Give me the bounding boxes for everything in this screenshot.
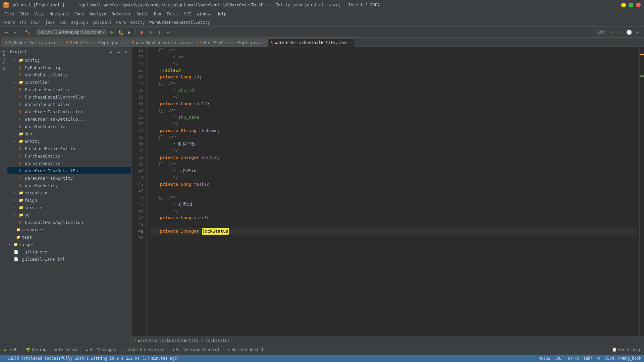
toolbar-git-revert[interactable]: ↶ <box>634 28 641 36</box>
path-class[interactable]: WareOrderTaskDetailEntity <box>149 20 210 25</box>
tree-item-myrabbitconfig[interactable]: C MyRabbitConfig <box>7 64 131 71</box>
path-gulimall[interactable]: gulimall <box>92 20 112 25</box>
menu-file[interactable]: File <box>2 11 17 17</box>
toolbar-git-update[interactable]: ⟳ <box>147 28 154 36</box>
tree-item-test[interactable]: › 📁 test <box>7 233 131 241</box>
menu-vcs[interactable]: VCS <box>181 11 194 17</box>
toolbar-back-btn[interactable]: ← <box>3 28 10 36</box>
tab-version-control[interactable]: ↕ 9: Version Control <box>171 347 221 353</box>
menu-run[interactable]: Run <box>151 11 164 17</box>
tab-terminal[interactable]: ⊞ Terminal <box>53 347 79 353</box>
menu-tools[interactable]: Tools <box>164 11 181 17</box>
menu-analyze[interactable]: Analyze <box>87 11 109 17</box>
toolbar-git-check[interactable]: ✓ <box>608 28 615 36</box>
menu-window[interactable]: Window <box>194 11 214 17</box>
tree-item-purchasecontroller[interactable]: C PurchaseController <box>7 86 131 93</box>
fold-btn[interactable]: − <box>159 48 163 52</box>
tree-item-resources[interactable]: › 📁 resources <box>7 226 131 233</box>
tree-item-iml[interactable]: 📄 gulimall-ware.iml <box>7 255 131 263</box>
path-main[interactable]: main <box>31 20 41 25</box>
tree-item-exception[interactable]: › 📁 exception <box>7 189 131 196</box>
toolbar-forward-btn[interactable]: → <box>11 28 19 36</box>
tree-item-wareordertaskcontroller[interactable]: C WareOrderTaskController <box>7 108 131 115</box>
tree-item-dao[interactable]: › 📁 dao <box>7 130 131 137</box>
tab-spring[interactable]: 🌱 Spring <box>24 347 48 353</box>
tab-close-btn[interactable]: ✕ <box>57 41 59 45</box>
path-entity[interactable]: entity <box>130 20 145 25</box>
menu-edit[interactable]: Edit <box>17 11 32 17</box>
tab-close-btn[interactable]: ✕ <box>349 41 351 44</box>
sidebar-gear-btn[interactable]: ⚙ <box>108 49 114 54</box>
tab-run-dashboard[interactable]: ▶ Run Dashboard <box>226 347 264 353</box>
tab-todo[interactable]: ≡ TODO <box>3 347 19 353</box>
path-src[interactable]: src <box>19 20 26 25</box>
tree-item-wareordertaskdetailco[interactable]: C WareOrderTaskDetailCo... <box>7 115 131 123</box>
tree-item-purchasedetailentity[interactable]: C PurchaseDetailEntity <box>7 145 131 152</box>
tab-close-btn[interactable]: ✕ <box>122 41 124 45</box>
menu-view[interactable]: View <box>32 11 47 17</box>
stop-btn[interactable]: ■ <box>138 28 146 36</box>
fold-btn[interactable]: − <box>159 135 163 139</box>
path-atguigu[interactable]: atguigu <box>71 20 88 25</box>
menu-code[interactable]: Code <box>72 11 87 17</box>
run-config-selector[interactable]: GulimallGatewayApplication ▾ <box>36 29 107 35</box>
minimize-button[interactable]: ─ <box>621 3 626 7</box>
tree-item-wareinfoentity[interactable]: C WareInfoEntity <box>7 160 131 167</box>
tab-close-btn[interactable]: ✕ <box>191 41 193 45</box>
toolbar-git-rollback[interactable]: ↩ <box>164 28 172 36</box>
tree-item-feign[interactable]: › 📁 feign <box>7 196 131 204</box>
code-area[interactable]: − /** * id */ @TableId <box>147 47 639 337</box>
tree-item-waremybatisconfig[interactable]: C WareMyBatisConfig <box>7 71 131 78</box>
tree-item-wareordertaskentity[interactable]: C WareOrderTaskEntity <box>7 174 131 182</box>
tree-item-wareordertaskdetailent[interactable]: C WareOrderTaskDetailEnt <box>7 167 131 174</box>
status-indent[interactable]: Tab* <box>583 356 593 361</box>
debug-btn[interactable]: 🐛 <box>117 28 124 36</box>
tab-close-btn[interactable]: ✕ <box>262 41 264 45</box>
tab-wareskucontroller[interactable]: C WareSkuController.java ✕ <box>128 39 197 47</box>
tab-event-log[interactable]: 📋 Event Log <box>610 347 641 353</box>
tab-wareordertaskdetailentity[interactable]: C WareOrderTaskDetailEntity.java ✕ <box>267 39 355 47</box>
tool-project[interactable]: 1: Project <box>2 48 5 72</box>
tree-item-controller[interactable]: ▾ 📁 controller <box>7 78 131 86</box>
status-position[interactable]: 49:32 <box>539 356 550 361</box>
status-line-ending[interactable]: CRLF <box>554 356 564 361</box>
status-encoding[interactable]: UTF-8 <box>568 356 580 361</box>
tree-item-service[interactable]: › 📁 service <box>7 204 131 211</box>
tree-item-vo[interactable]: › 📁 vo <box>7 211 131 219</box>
status-lang[interactable]: 英 <box>597 356 601 361</box>
fold-btn[interactable]: − <box>159 196 163 200</box>
tree-item-gitignore[interactable]: 📄 .gitignore <box>7 248 131 255</box>
fold-btn[interactable]: − <box>159 162 163 166</box>
tree-item-wareskuentity[interactable]: C WareSkuEntity <box>7 182 131 189</box>
tree-item-purchaseentity[interactable]: C PurchaseEntity <box>7 152 131 160</box>
tree-item-wareskucontroller[interactable]: C WareSkuController <box>7 123 131 130</box>
coverage-btn[interactable]: ▶ <box>126 28 133 36</box>
sidebar-close-btn[interactable]: ✕ <box>123 49 128 54</box>
fold-btn[interactable]: − <box>159 82 163 86</box>
path-ware2[interactable]: ware <box>116 20 126 25</box>
tab-wareskuserviceimpl[interactable]: C WareSkuServiceImpl.java ✕ <box>197 39 267 47</box>
tab-java-enterprise[interactable]: ☕ Java Enterprise <box>123 347 166 353</box>
maximize-button[interactable]: □ <box>629 3 633 7</box>
tree-item-gulimallwareapp[interactable]: C GulimallWareApplication <box>7 219 131 226</box>
tree-item-purchasedetailcontroller[interactable]: C PurchaseDetailController <box>7 93 131 101</box>
path-ware[interactable]: -ware <box>3 20 15 25</box>
tree-item-wareinfocontroller[interactable]: C WareInfoController <box>7 101 131 108</box>
toolbar-git-clock[interactable]: 🕐 <box>625 28 633 36</box>
tab-messages[interactable]: ≡ 0: Messages <box>85 347 118 353</box>
toolbar-git-push[interactable]: ↑ <box>156 28 163 36</box>
tree-item-config[interactable]: ▾ 📁 config <box>7 56 131 64</box>
code-content[interactable]: 22 23 24 25 26 27 28 29 30 31 32 33 34 3… <box>131 47 644 337</box>
toolbar-git-tick[interactable]: ✓ <box>616 28 624 36</box>
tree-item-entity[interactable]: ▾ 📁 entity <box>7 137 131 145</box>
tab-myrabbitconfig[interactable]: C MyRabbitConfig.java ✕ <box>1 39 62 47</box>
run-btn[interactable]: ▶ <box>108 28 116 36</box>
toolbar-build-btn[interactable]: 🔨 <box>24 28 31 36</box>
path-com[interactable]: com <box>59 20 67 25</box>
sidebar-layout-btn[interactable]: ≡ <box>116 49 121 54</box>
close-button[interactable]: ✕ <box>636 3 641 7</box>
tab-orderserviceimpl[interactable]: C OrderServiceImpl.java ✕ <box>62 39 128 47</box>
menu-navigate[interactable]: Navigate <box>47 11 72 17</box>
menu-help[interactable]: Help <box>214 11 229 17</box>
tree-item-target[interactable]: › 📁 target <box>7 241 131 248</box>
